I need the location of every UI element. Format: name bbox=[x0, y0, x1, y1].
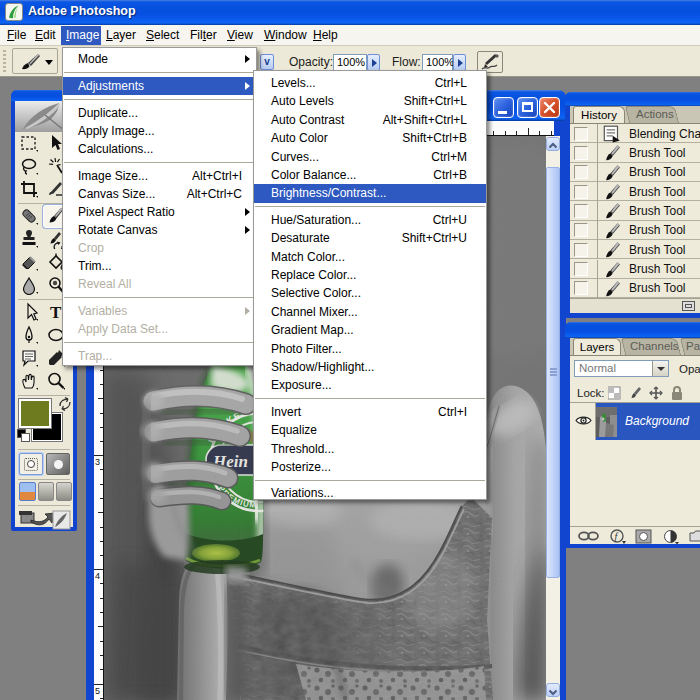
svg-text:f: f bbox=[615, 531, 619, 542]
svg-text:T: T bbox=[50, 303, 62, 322]
